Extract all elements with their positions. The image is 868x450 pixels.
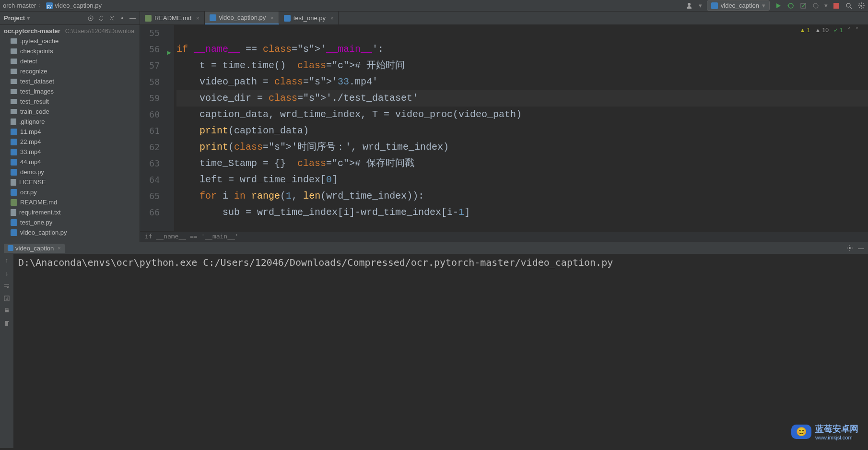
svg-rect-41 — [8, 245, 13, 251]
watermark-logo-icon: 😊 — [791, 425, 811, 439]
tree-item[interactable]: recognize — [0, 66, 140, 76]
stop-icon[interactable] — [833, 2, 840, 10]
run-config-dropdown[interactable]: video_caption ▾ — [707, 0, 770, 11]
tree-item[interactable]: train_code — [0, 107, 140, 117]
svg-rect-50 — [5, 322, 8, 326]
file-icon — [284, 15, 291, 22]
code-line[interactable]: left = wrd_time_index[0] — [176, 172, 868, 188]
search-icon[interactable] — [845, 2, 853, 10]
gear-icon[interactable] — [846, 245, 853, 252]
tree-item[interactable]: ocr.py — [0, 187, 140, 197]
settings-gear-icon[interactable] — [857, 2, 865, 10]
close-icon[interactable]: × — [58, 245, 60, 251]
tree-item[interactable]: requirement.txt — [0, 207, 140, 217]
tree-item[interactable]: 44.mp4 — [0, 157, 140, 167]
scroll-to-end-icon[interactable] — [3, 295, 10, 302]
svg-point-42 — [849, 247, 851, 249]
close-icon[interactable]: × — [270, 15, 273, 21]
code-line[interactable]: if __name__ == class="s">'__main__': — [176, 41, 868, 58]
code-line[interactable]: video_path = class="s">'33.mp4' — [176, 74, 868, 90]
tree-item-label: test_one.py — [20, 219, 52, 226]
python-file-icon — [11, 169, 17, 176]
tree-item[interactable]: test_images — [0, 86, 140, 96]
tree-item[interactable]: demo.py — [0, 167, 140, 177]
code-breadcrumb[interactable]: if __name__ == '__main__' — [140, 231, 868, 242]
folder-icon — [11, 79, 17, 84]
tree-item[interactable]: 33.mp4 — [0, 147, 140, 157]
tree-item[interactable]: 11.mp4 — [0, 127, 140, 137]
tree-item[interactable]: README.md — [0, 197, 140, 207]
coverage-icon[interactable] — [799, 2, 807, 10]
collapse-all-icon[interactable] — [108, 14, 115, 22]
code-line[interactable]: sub = wrd_time_index[i]-wrd_time_index[i… — [176, 204, 868, 221]
print-icon[interactable] — [3, 308, 10, 314]
code-line[interactable]: voice_dir = class="s">'./test_dataset' — [176, 90, 868, 107]
svg-text:py: py — [47, 4, 52, 9]
breadcrumb-project[interactable]: orch-master — [3, 2, 36, 9]
breadcrumb-file[interactable]: video_caption.py — [55, 2, 102, 9]
svg-line-19 — [859, 3, 860, 4]
run-line-marker-icon[interactable]: ▶ — [167, 44, 171, 60]
tree-item[interactable]: test_one.py — [0, 217, 140, 227]
tree-item[interactable]: checkpoints — [0, 46, 140, 56]
minimize-icon[interactable]: — — [858, 245, 864, 252]
locate-icon[interactable] — [87, 14, 94, 22]
up-arrow-icon[interactable]: ↑ — [5, 257, 9, 264]
editor-tab[interactable]: test_one.py× — [279, 12, 339, 24]
chevron-up-icon[interactable]: ˄ — [848, 27, 851, 34]
run-tabs: video_caption × — — [0, 242, 868, 254]
expand-all-icon[interactable] — [98, 14, 105, 22]
chevron-down-icon[interactable]: ▾ — [27, 14, 30, 22]
dropdown-chevron-icon[interactable]: ▾ — [699, 2, 702, 9]
profile-icon[interactable] — [812, 2, 820, 10]
close-icon[interactable]: × — [330, 15, 333, 21]
ok-badge[interactable]: ✓ 1 — [833, 27, 843, 34]
code-line[interactable]: print(class="s">'时间序号：', wrd_time_index) — [176, 139, 868, 155]
code-line[interactable]: caption_data, wrd_time_index, T = video_… — [176, 107, 868, 123]
editor-tab[interactable]: README.md× — [140, 12, 205, 24]
tree-item[interactable]: test_result — [0, 96, 140, 107]
close-icon[interactable]: × — [196, 15, 199, 21]
debug-icon[interactable] — [787, 2, 795, 10]
project-panel-title[interactable]: Project — [4, 14, 25, 22]
down-arrow-icon[interactable]: ↓ — [5, 270, 9, 277]
minimize-icon[interactable]: — — [129, 14, 136, 22]
editor-tab[interactable]: video_caption.py× — [205, 12, 279, 24]
run-tab[interactable]: video_caption × — [4, 244, 65, 253]
chevron-down-icon[interactable]: ˅ — [856, 27, 858, 34]
project-root[interactable]: ocr.pytorch-master C:\Users\12046\Downlo… — [0, 26, 140, 36]
watermark-brand: 蓝莓安卓网 — [815, 423, 858, 435]
code-line[interactable]: t = time.time() class="c"># 开始时间 — [176, 58, 868, 74]
run-icon[interactable] — [774, 2, 782, 10]
tree-item[interactable]: detect — [0, 56, 140, 66]
tree-item-label: video_caption.py — [20, 229, 67, 236]
code-line[interactable]: time_Stamp = {} class="c"># 保存时间戳 — [176, 155, 868, 172]
code-content[interactable]: if __name__ == class="s">'__main__': t =… — [175, 25, 868, 231]
tree-item-label: 33.mp4 — [20, 148, 41, 155]
tree-item[interactable]: 22.mp4 — [0, 137, 140, 147]
tree-item[interactable]: LICENSE — [0, 177, 140, 187]
project-tree[interactable]: ocr.pytorch-master C:\Users\12046\Downlo… — [0, 25, 140, 242]
svg-point-24 — [90, 17, 92, 19]
tree-item[interactable]: test_dataset — [0, 76, 140, 86]
svg-point-2 — [688, 3, 691, 6]
run-tab-label: video_caption — [15, 245, 54, 252]
user-icon[interactable] — [686, 2, 694, 10]
run-tool-window: video_caption × — ↑ ↓ D:\Anaconda\envs\o… — [0, 242, 868, 448]
wrap-icon[interactable] — [3, 283, 10, 289]
folder-icon — [11, 109, 17, 114]
chevron-down-icon[interactable]: ▾ — [824, 2, 828, 9]
code-line[interactable]: for i in range(1, len(wrd_time_index)): — [176, 188, 868, 204]
console-output[interactable]: D:\Anaconda\envs\ocr\python.exe C:/Users… — [13, 254, 868, 448]
svg-point-25 — [121, 17, 123, 19]
tree-item[interactable]: .pytest_cache — [0, 36, 140, 46]
tree-item[interactable]: video_caption.py — [0, 227, 140, 237]
gear-icon[interactable] — [119, 14, 126, 22]
warning-badge[interactable]: ▲ 1 — [799, 27, 810, 34]
trash-icon[interactable] — [3, 320, 10, 327]
code-line[interactable]: print(caption_data) — [176, 123, 868, 139]
watermark: 😊 蓝莓安卓网 www.imkjsl.com — [791, 423, 858, 440]
code-line[interactable] — [176, 25, 868, 41]
tree-item[interactable]: .gitignore — [0, 117, 140, 127]
weak-warning-badge[interactable]: ▲ 10 — [815, 27, 829, 34]
